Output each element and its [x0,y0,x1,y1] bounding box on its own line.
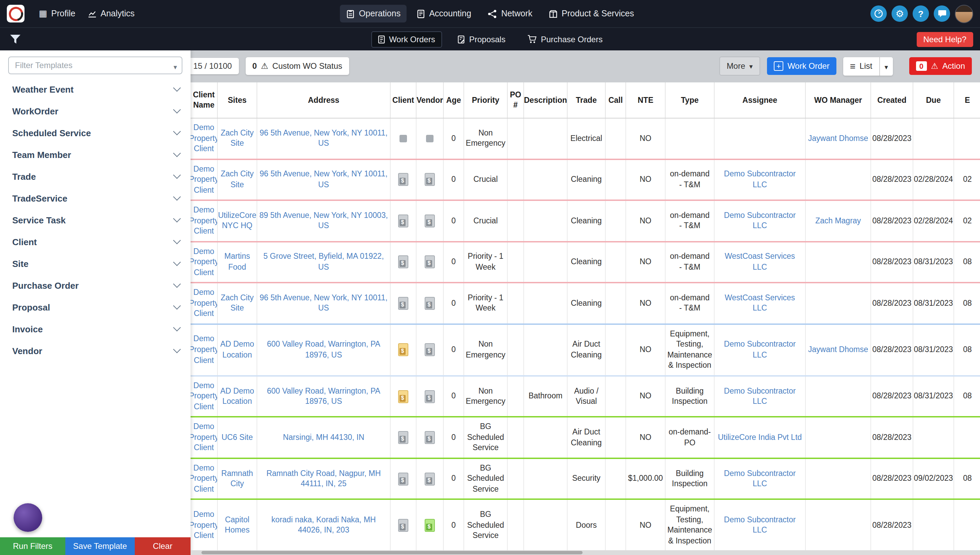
cell-assignee[interactable]: Demo Subcontractor LLC [715,201,806,241]
table-row[interactable]: Demo Property Client AD Demo Location 60… [190,377,980,418]
cell-site[interactable]: Capitol Homes [218,500,257,550]
column-header[interactable]: Description [524,82,568,118]
nav-profile[interactable]: Profile [33,5,82,22]
action-button[interactable]: 0 Action [909,57,972,75]
need-help-button[interactable]: Need Help? [916,32,973,47]
column-header[interactable]: Client Name [190,82,218,118]
filter-section[interactable]: Purchase Order [0,274,190,296]
cell-assignee[interactable] [715,119,806,158]
app-logo[interactable] [7,5,24,22]
list-view-button[interactable]: List [843,57,879,75]
client-doc-icon[interactable] [398,519,408,532]
filter-section[interactable]: Trade [0,165,190,187]
cell-wo-manager[interactable] [806,160,871,199]
filter-section[interactable]: WorkOrder [0,100,190,122]
table-row[interactable]: Demo Property Client Zach City Site 96 5… [190,119,980,160]
filter-section[interactable]: TradeService [0,187,190,209]
nav-analytics[interactable]: Analytics [82,5,141,22]
tab-purchase-orders[interactable]: Purchase Orders [521,32,608,47]
column-header[interactable]: Address [257,82,391,118]
column-header[interactable]: Due [913,82,954,118]
nav-network[interactable]: Network [481,5,539,22]
client-doc-icon[interactable] [400,135,407,142]
cell-site[interactable]: AD Demo Location [218,377,257,416]
table-row[interactable]: Demo Property Client Capitol Homes korad… [190,500,980,552]
client-doc-icon[interactable] [398,173,408,186]
filter-section[interactable]: Scheduled Service [0,122,190,144]
cell-client-name[interactable]: Demo Property Client [190,119,218,158]
add-work-order-button[interactable]: Work Order [767,57,836,75]
cell-client-name[interactable]: Demo Property Client [190,160,218,199]
filter-section[interactable]: Proposal [0,296,190,318]
user-avatar[interactable] [955,5,973,23]
cell-wo-manager[interactable] [806,242,871,282]
cell-wo-manager[interactable] [806,283,871,323]
scrollbar-thumb[interactable] [201,551,583,554]
cell-address[interactable]: 600 Valley Road, Warrington, PA 18976, U… [257,324,391,375]
column-header[interactable]: WO Manager [806,82,871,118]
vendor-doc-icon[interactable] [425,472,435,485]
cell-address[interactable]: 96 5th Avenue, New York, NY 10011, US [257,119,391,158]
run-filters-button[interactable]: Run Filters [0,537,66,555]
cell-client-name[interactable]: Demo Property Client [190,500,218,550]
cell-site[interactable]: Martins Food [218,242,257,282]
save-template-button[interactable]: Save Template [66,537,135,555]
caret-down-icon[interactable] [174,60,177,72]
cell-address[interactable]: 89 5th Avenue, New York, NY 10003, US [257,201,391,241]
cell-wo-manager[interactable]: Jaywant Dhomse [806,119,871,158]
cell-wo-manager[interactable] [806,418,871,458]
cell-site[interactable]: AD Demo Location [218,324,257,375]
gear-icon-button[interactable] [892,5,908,22]
column-header[interactable]: Vendor [417,82,444,118]
cell-address[interactable]: Ramnath City Road, Nagpur, MH 44111, IN,… [257,459,391,499]
column-header[interactable]: NTE [626,82,665,118]
column-header[interactable]: Age [444,82,464,118]
gauge-icon-button[interactable] [870,5,887,22]
custom-wo-status-button[interactable]: 0 Custom WO Status [245,57,349,75]
client-doc-icon[interactable] [398,343,408,356]
column-header[interactable]: Priority [464,82,508,118]
cell-wo-manager[interactable]: Zach Magray [806,201,871,241]
vendor-doc-icon[interactable] [425,256,435,269]
table-row[interactable]: Demo Property Client Zach City Site 96 5… [190,160,980,201]
column-header[interactable]: Assignee [715,82,806,118]
horizontal-scrollbar[interactable] [190,550,980,555]
chat-launcher-button[interactable] [14,503,42,532]
column-header[interactable]: Type [665,82,715,118]
client-doc-icon[interactable] [398,215,408,228]
filter-section[interactable]: Client [0,231,190,253]
cell-wo-manager[interactable] [806,377,871,416]
cell-site[interactable]: Zach City Site [218,283,257,323]
cell-site[interactable]: UC6 Site [218,418,257,458]
clear-filters-button[interactable]: Clear [135,537,190,555]
column-header[interactable]: Sites [218,82,257,118]
client-doc-icon[interactable] [398,297,408,310]
cell-assignee[interactable]: WestCoast Services LLC [715,283,806,323]
column-header[interactable]: Call [606,82,626,118]
vendor-doc-icon[interactable] [425,215,435,228]
vendor-doc-icon[interactable] [425,519,435,532]
client-doc-icon[interactable] [398,431,408,444]
nav-product-services[interactable]: Product & Services [543,5,640,22]
cell-wo-manager[interactable] [806,459,871,499]
tab-work-orders[interactable]: Work Orders [371,31,442,47]
cell-client-name[interactable]: Demo Property Client [190,377,218,416]
table-row[interactable]: Demo Property Client AD Demo Location 60… [190,324,980,376]
client-doc-icon[interactable] [398,472,408,485]
nav-accounting[interactable]: Accounting [411,5,477,22]
cell-address[interactable]: 5 Grove Street, Byfield, MA 01922, US [257,242,391,282]
chat-icon-button[interactable] [934,5,950,22]
cell-client-name[interactable]: Demo Property Client [190,418,218,458]
cell-address[interactable]: 96 5th Avenue, New York, NY 10011, US [257,283,391,323]
column-header[interactable]: Client [391,82,417,118]
cell-wo-manager[interactable]: Jaywant Dhomse [806,324,871,375]
cell-assignee[interactable]: UtilizeCore India Pvt Ltd [715,418,806,458]
vendor-doc-icon[interactable] [425,390,435,403]
filter-toggle-button[interactable] [10,34,21,44]
cell-address[interactable]: koradi naka, Koradi Naka, MH 44026, IN, … [257,500,391,550]
column-header[interactable]: Created [871,82,913,118]
table-row[interactable]: Demo Property Client UC6 Site Narsingi, … [190,418,980,459]
cell-assignee[interactable]: Demo Subcontractor LLC [715,160,806,199]
client-doc-icon[interactable] [398,390,408,403]
vendor-doc-icon[interactable] [426,135,433,142]
